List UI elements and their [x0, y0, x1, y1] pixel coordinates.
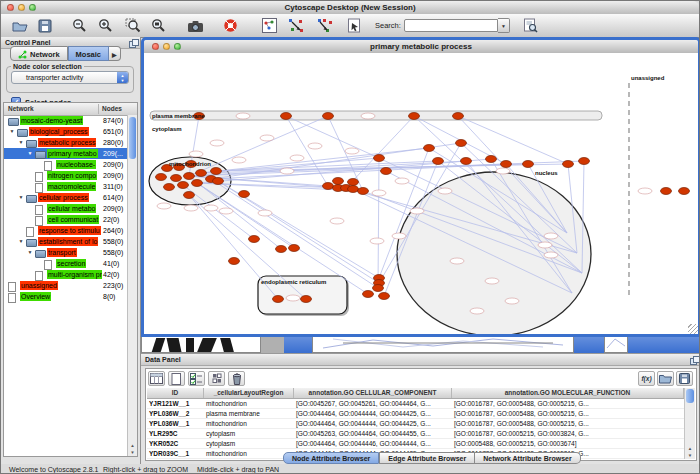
float-panel-icon[interactable] [129, 39, 137, 47]
column-header[interactable]: _cellularLayoutRegion [204, 388, 294, 398]
scroll-up-icon[interactable]: ▲ [128, 443, 137, 448]
expand-arrow-icon[interactable]: ▼ [8, 126, 16, 137]
table-scrollbar-thumb[interactable] [686, 389, 694, 403]
scroll-down-icon[interactable]: ▼ [128, 450, 137, 455]
tab-mosaic[interactable]: Mosaic [68, 46, 109, 61]
tree-row[interactable]: ▼metabolic process280(0) [4, 137, 128, 148]
select-attributes-button[interactable] [148, 371, 165, 386]
search-dropdown-button[interactable]: ▼ [498, 18, 510, 33]
expand-arrow-icon[interactable]: ▼ [17, 137, 25, 148]
tree-row[interactable]: ▼cellular process614(0) [4, 192, 128, 203]
table-row[interactable]: YJR121W__1mitochondrion[GO:0045267, GO:0… [147, 399, 685, 409]
overview-button[interactable] [259, 16, 280, 36]
data-panel-header: Data Panel [141, 354, 700, 366]
node [239, 191, 250, 198]
table-scroll-up-icon[interactable]: ▲ [685, 446, 695, 451]
layout-button-1[interactable] [286, 16, 307, 36]
table-cell: YPL036W__2 [147, 409, 204, 418]
attribute-browser: f(x) ID_cellularLayoutRegionannotation.G… [145, 368, 697, 461]
node-label [219, 208, 233, 214]
expand-arrow-icon[interactable]: ▼ [26, 148, 34, 159]
table-cell: [GO:0016787, GO:0005488, GO:0005215, G..… [452, 419, 684, 428]
help-button[interactable] [220, 16, 241, 36]
zoom-out-button[interactable] [69, 16, 90, 36]
table-scroll-down-icon[interactable]: ▼ [685, 453, 695, 458]
zoom-out-icon [72, 18, 87, 33]
node-label [189, 151, 203, 157]
tree-row[interactable]: Overview8(0) [4, 291, 128, 302]
network-view-window: primary metabolic process plasma membran… [141, 37, 700, 337]
tab-overflow-button[interactable]: ▶ [109, 46, 121, 61]
node-label [210, 140, 224, 146]
node-color-dropdown[interactable]: transporter activity ▲▼ [11, 71, 129, 84]
zoom-in-button[interactable] [95, 16, 116, 36]
zoom-selected-button[interactable] [122, 16, 143, 36]
expand-arrow-icon[interactable]: ▼ [17, 236, 25, 247]
create-attribute-button[interactable] [168, 371, 185, 386]
tree-row-label: biological_process [29, 127, 89, 136]
tree-row[interactable]: secretion41(0) [4, 258, 128, 269]
snapshot-button[interactable] [185, 16, 206, 36]
batch-edit-button[interactable] [188, 371, 205, 386]
tree-row[interactable]: ▼primary metabo209(... [4, 148, 128, 159]
region-label: unassigned [631, 75, 665, 81]
table-cell: [GO:0044464, GO:0044444, GO:0044425, G..… [294, 419, 452, 428]
import-attributes-button[interactable] [657, 371, 674, 386]
tab-network[interactable]: Network [10, 46, 68, 61]
tree-row[interactable]: mosaic-demo-yeast874(0) [4, 115, 128, 126]
tree-row[interactable]: cellular metabo209(0) [4, 203, 128, 214]
tree-row[interactable]: nucleobase-209(0) [4, 159, 128, 170]
tree-row[interactable]: ▼biological_process651(0) [4, 126, 128, 137]
table-row[interactable]: YPL036W__2plasma membrane[GO:0044464, GO… [147, 409, 685, 419]
tree-row[interactable]: response to stimulu264(0) [4, 225, 128, 236]
annotation-button[interactable] [344, 16, 365, 36]
node-label [286, 295, 300, 301]
tree-row[interactable]: cell communicat22(0) [4, 214, 128, 225]
tree-scrollbar[interactable]: ▲ ▼ [127, 115, 137, 456]
expand-arrow-icon[interactable]: ▼ [26, 247, 34, 258]
node [373, 285, 384, 292]
table-row[interactable]: YKR052Ccytoplasm[GO:0044464, GO:0044446,… [147, 439, 685, 449]
table-scrollbar[interactable]: ▲ ▼ [684, 388, 695, 459]
folder-icon [659, 374, 672, 384]
tab-node-attribute-browser[interactable]: Node Attribute Browser [283, 452, 379, 464]
column-header[interactable]: annotation.GO CELLULAR_COMPONENT [294, 388, 452, 398]
tree-row[interactable]: unassigned223(0) [4, 280, 128, 291]
export-attributes-button[interactable] [676, 371, 693, 386]
expand-arrow-icon[interactable]: ▼ [17, 192, 25, 203]
save-session-button[interactable] [34, 16, 55, 36]
tab-edge-attribute-browser[interactable]: Edge Attribute Browser [379, 452, 475, 464]
column-header[interactable]: annotation.GO MOLECULAR_FUNCTION [452, 388, 684, 398]
search-config-button[interactable] [520, 16, 541, 36]
tree-row[interactable]: macromolecule311(0) [4, 181, 128, 192]
open-session-button[interactable] [9, 16, 30, 36]
lifesaver-icon [223, 18, 238, 33]
status-welcome: Welcome to Cytoscape 2.8.1 [9, 466, 98, 473]
tree-row[interactable]: nitrogen compo209(0) [4, 170, 128, 181]
tree-row[interactable]: multi-organism pro42(0) [4, 269, 128, 280]
resize-grip-icon[interactable] [688, 324, 698, 334]
column-header[interactable]: ID [147, 388, 204, 398]
layout-button-2[interactable] [315, 16, 336, 36]
tree-scrollbar-thumb[interactable] [129, 117, 136, 159]
tab-network-attribute-browser[interactable]: Network Attribute Browser [475, 452, 580, 464]
node [563, 161, 574, 168]
file-icon [8, 282, 16, 292]
formula-builder-button[interactable]: f(x) [638, 371, 655, 386]
zoom-fit-button[interactable] [148, 16, 169, 36]
network-canvas[interactable]: plasma membranecytoplasmmitochondrionnuc… [144, 53, 698, 334]
float-data-panel-icon[interactable] [690, 356, 698, 364]
table-cell: [GO:0045267, GO:0045261, GO:0044464, G..… [294, 399, 452, 408]
network-graph[interactable]: plasma membranecytoplasmmitochondrionnuc… [147, 53, 695, 334]
matrix-view-button[interactable] [208, 371, 225, 386]
node-label [184, 205, 198, 211]
delete-attribute-button[interactable] [228, 371, 245, 386]
table-cell: YLR295C [147, 429, 204, 438]
table-row[interactable]: YLR295Ccytoplasm[GO:0045263, GO:0044464,… [147, 429, 685, 439]
tree-row[interactable]: ▼establishment of lo558(0) [4, 236, 128, 247]
table-row[interactable]: YPL036W__1mitochondrion[GO:0044464, GO:0… [147, 419, 685, 429]
search-input[interactable] [404, 19, 498, 32]
network-window-titlebar[interactable]: primary metabolic process [144, 40, 698, 54]
tree-row[interactable]: ▼transport558(0) [4, 247, 128, 258]
tab-network-label: Network [30, 50, 60, 60]
